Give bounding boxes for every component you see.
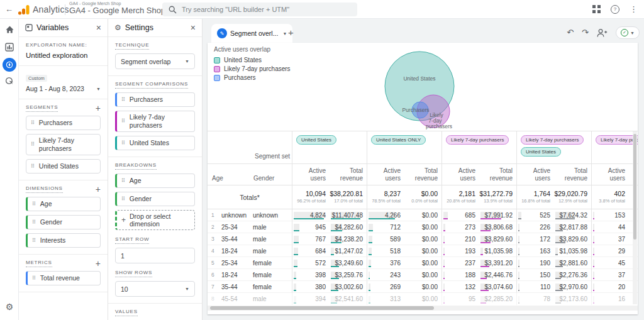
add-segment-button[interactable]: + (96, 105, 101, 111)
dimension-chip[interactable]: ⠿Interests (26, 233, 101, 248)
value-text: $3,806.68 (485, 224, 513, 231)
value-bar (331, 248, 334, 255)
segment-chip[interactable]: ⠿Likely 7-day purchasers (26, 134, 101, 155)
value-text: 273 (465, 224, 475, 231)
analytics-logo-icon (18, 4, 30, 15)
tab-segment-overlap[interactable]: ✎ Segment overl... ▼ (211, 24, 292, 43)
totals-users-value: 8,237 (367, 185, 404, 197)
age-cell: 25-34 (218, 257, 249, 269)
totals-users-cell: 2,18120.8% of total (441, 185, 479, 209)
vertical-scrollbar[interactable] (633, 131, 637, 304)
date-range-selector[interactable]: Aug 1 - Aug 8, 2023 ▼ (26, 85, 101, 92)
apps-grid-icon[interactable] (592, 5, 601, 13)
metrics-list: ⠿Total revenue (26, 271, 101, 285)
settings-gear-icon: ⚙ (114, 23, 121, 32)
redo-icon[interactable]: ↷ (582, 28, 589, 37)
segment-comparison-chip[interactable]: ⠿Likely 7-day purchasers (115, 111, 195, 132)
close-icon[interactable]: × (191, 23, 196, 33)
value-cell: 273 (441, 221, 479, 233)
value-text: $4,238.20 (335, 236, 364, 243)
totals-users-value: 2,181 (442, 185, 479, 197)
value-cell: 269 (367, 281, 404, 293)
more-menu-icon[interactable]: ⋮ (630, 4, 638, 14)
segment-comparison-chip[interactable]: ⠿United States (115, 136, 195, 150)
start-row-value: 1 (121, 252, 125, 260)
status-button[interactable]: ✓ ▼ (616, 26, 640, 39)
value-text: 190 (540, 260, 550, 267)
row-number: 6 (208, 269, 218, 281)
row-number: 5 (208, 257, 218, 269)
value-text: 4,824 (310, 212, 326, 219)
breakdown-chip-label: Age (130, 177, 142, 185)
settings-title: Settings (125, 23, 153, 32)
exploration-name-value[interactable]: Untitled exploration (26, 52, 101, 59)
share-user-add-icon[interactable] (597, 28, 608, 38)
value-cell: 16 (591, 293, 629, 305)
value-text: $3,391.20 (485, 260, 513, 267)
value-cell: 132 (441, 281, 479, 293)
segment-chip-label: Purchasers (39, 119, 72, 127)
chevron-down-icon: ▼ (282, 31, 287, 36)
value-cell: $0.00 (404, 293, 441, 305)
gender-cell: female (249, 281, 292, 293)
drop-dimension-zone[interactable]: + Drop or select dimension (115, 210, 195, 230)
value-cell: $4,282.60 (330, 221, 367, 233)
value-text: $2,817.88 (560, 224, 588, 231)
dimension-chip[interactable]: ⠿Age (26, 197, 101, 211)
value-text: 767 (315, 236, 326, 243)
segment-comparison-chip[interactable]: ⠿Purchasers (115, 92, 195, 107)
segment-chip-badge: United States (521, 147, 561, 157)
close-icon[interactable]: × (96, 23, 101, 33)
metric-chip[interactable]: ⠿Total revenue (26, 271, 101, 285)
value-text: $2,173.60 (560, 295, 588, 302)
back-arrow-icon[interactable]: ← (5, 4, 13, 14)
add-dimension-button[interactable]: + (96, 186, 101, 192)
reports-icon[interactable] (0, 43, 19, 52)
segment-comparison-chip-label: Likely 7-day purchasers (130, 113, 190, 130)
advertising-icon[interactable] (0, 77, 19, 86)
undo-icon[interactable]: ↶ (567, 28, 574, 37)
totals-revenue-value: $38,220.81 (330, 185, 367, 197)
technique-select[interactable]: Segment overlap ▼ (115, 53, 195, 69)
segment-chip-badge: United States ONLY (371, 135, 426, 145)
admin-gear-icon[interactable]: ⚙ (0, 302, 19, 312)
horizontal-scrollbar[interactable] (208, 306, 638, 311)
add-tab-button[interactable]: + (288, 27, 294, 38)
segment-comparisons-label: SEGMENT COMPARISONS (115, 81, 188, 89)
legend-item: United States (214, 57, 291, 63)
divider (65, 4, 65, 15)
home-icon[interactable] (0, 25, 19, 34)
segment-chip[interactable]: ⠿United States (26, 159, 101, 174)
value-text: 243 (390, 272, 401, 279)
value-cell: $7,624.32 (554, 209, 591, 221)
search-input[interactable]: Try searching "URL builder + UTM" (162, 3, 357, 16)
value-text: $2,881.60 (560, 260, 588, 267)
start-row-input[interactable]: 1 (115, 248, 195, 263)
value-cell: $0.00 (404, 233, 441, 245)
variables-panel: Variables × EXPLORATION NAME: Untitled e… (19, 19, 108, 320)
add-metric-button[interactable]: + (96, 260, 101, 267)
row-number: 7 (208, 281, 218, 293)
value-text: 172 (540, 236, 550, 243)
value-cell: $3,829.60 (554, 233, 591, 245)
value-cell: $0.00 (404, 281, 441, 293)
value-text: $3,249.60 (335, 260, 364, 267)
property-switcher[interactable]: GA4 - Google Merch Shop GA4 - Google Mer… (69, 1, 165, 15)
value-cell: 163 (516, 245, 554, 257)
help-icon[interactable]: ? (611, 5, 619, 14)
breakdown-chip[interactable]: ⠿Age (115, 174, 195, 188)
value-text: 44 (618, 224, 625, 231)
explore-icon-active[interactable] (0, 58, 19, 72)
totals-revenue-value: $31,272.79 (479, 185, 516, 197)
vertical-scrollbar-thumb[interactable] (633, 134, 636, 240)
age-cell: 18-24 (218, 269, 249, 281)
breakdown-chip[interactable]: ⠿Gender (115, 192, 195, 206)
show-rows-select[interactable]: 10 ▼ (115, 281, 195, 297)
value-cell: $0.00 (404, 221, 441, 233)
segment-chip[interactable]: ⠿Purchasers (26, 116, 101, 130)
dimension-chip[interactable]: ⠿Gender (26, 215, 101, 229)
value-text: 210 (465, 236, 475, 243)
totals-users-value: 10,094 (292, 185, 330, 197)
horizontal-scrollbar-thumb[interactable] (210, 306, 434, 310)
value-cell: 45 (591, 257, 629, 269)
